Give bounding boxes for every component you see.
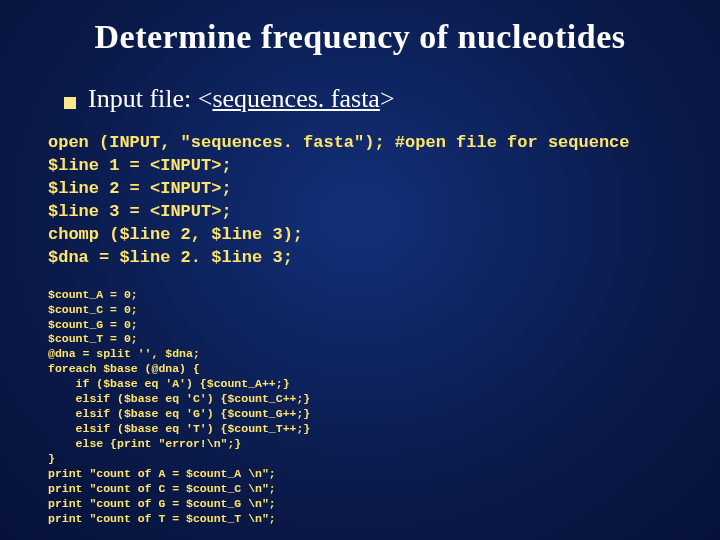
sequences-link[interactable]: sequences. fasta bbox=[212, 84, 379, 113]
bullet-row: Input file: <sequences. fasta> bbox=[64, 84, 684, 114]
slide-title: Determine frequency of nucleotides bbox=[36, 18, 684, 56]
slide: Determine frequency of nucleotides Input… bbox=[0, 0, 720, 540]
bullet-prefix: Input file: < bbox=[88, 84, 212, 113]
bullet-suffix: > bbox=[380, 84, 395, 113]
bullet-text: Input file: <sequences. fasta> bbox=[88, 84, 395, 114]
code-block-primary: open (INPUT, "sequences. fasta"); #open … bbox=[48, 132, 684, 270]
square-bullet-icon bbox=[64, 97, 76, 109]
code-block-secondary: $count_A = 0; $count_C = 0; $count_G = 0… bbox=[48, 288, 684, 527]
